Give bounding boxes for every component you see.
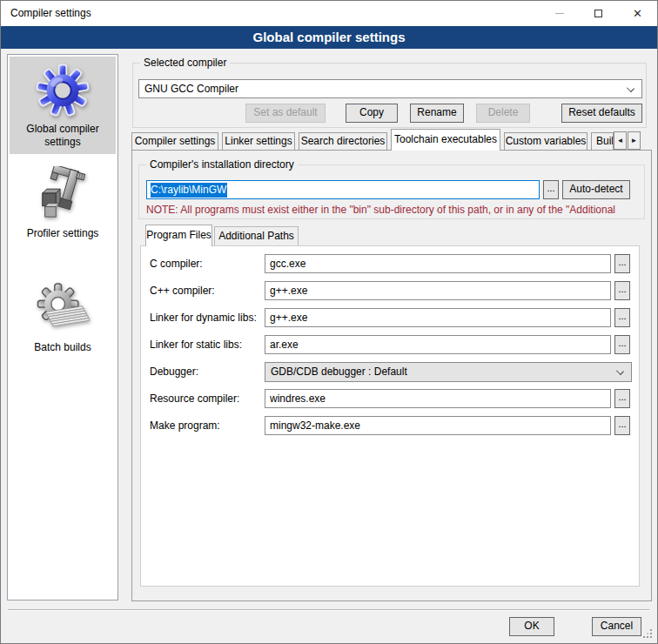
minimize-button	[540, 1, 579, 26]
sidebar-item-label: Global compiler settings	[10, 123, 116, 149]
cpp-compiler-browse-button[interactable]: ...	[614, 281, 630, 300]
right-arrow-icon: ►	[631, 137, 638, 144]
debugger-label: Debugger:	[150, 362, 198, 381]
sidebar-item-profiler-settings[interactable]: Profiler settings	[10, 159, 116, 245]
linker-dynamic-label: Linker for dynamic libs:	[150, 308, 257, 327]
chevron-down-icon	[616, 367, 624, 375]
tab-custom-variables[interactable]: Custom variables	[504, 132, 588, 150]
resource-compiler-browse-button[interactable]: ...	[614, 389, 630, 408]
tab-toolchain-executables[interactable]: Toolchain executables	[391, 129, 500, 151]
installation-directory-groupbox: Compiler's installation directory C:\ray…	[138, 164, 645, 219]
linker-static-browse-button[interactable]: ...	[614, 335, 630, 354]
cpp-compiler-label: C++ compiler:	[150, 281, 215, 300]
subtab-program-files[interactable]: Program Files	[145, 225, 212, 246]
window-title: Compiler settings	[10, 1, 91, 26]
installation-directory-input[interactable]: C:\raylib\MinGW	[146, 180, 540, 199]
sidebar-item-label: Batch builds	[10, 341, 116, 354]
tab-search-directories[interactable]: Search directories	[299, 132, 387, 150]
installation-directory-selected-text: C:\raylib\MinGW	[151, 183, 227, 198]
tab-scroll-right-button[interactable]: ►	[628, 131, 641, 150]
resource-compiler-input[interactable]	[265, 389, 611, 408]
sidebar-item-batch-builds[interactable]: Batch builds	[10, 275, 116, 359]
debugger-combobox-value: GDB/CDB debugger : Default	[271, 366, 407, 378]
page-title: Global compiler settings	[252, 30, 405, 44]
debugger-combobox[interactable]: GDB/CDB debugger : Default	[265, 362, 632, 382]
sidebar: Global compiler settings	[7, 54, 118, 600]
make-program-label: Make program:	[150, 416, 220, 435]
c-compiler-label: C compiler:	[150, 254, 203, 273]
installation-directory-legend: Compiler's installation directory	[146, 158, 298, 171]
program-files-panel: C compiler: ... C++ compiler: ... Linker…	[140, 245, 640, 587]
reset-defaults-button[interactable]: Reset defaults	[561, 104, 642, 123]
cancel-button[interactable]: Cancel	[592, 617, 641, 636]
caliper-icon	[36, 166, 90, 222]
linker-dynamic-input[interactable]	[265, 308, 611, 327]
auto-detect-button[interactable]: Auto-detect	[562, 180, 630, 199]
delete-button: Delete	[476, 104, 530, 123]
selected-compiler-groupbox: Selected compiler GNU GCC Compiler Set a…	[132, 63, 647, 128]
close-button[interactable]: ✕	[618, 1, 657, 26]
left-arrow-icon: ◄	[617, 137, 624, 144]
header-banner: Global compiler settings	[1, 26, 657, 49]
c-compiler-input[interactable]	[265, 254, 611, 273]
selected-compiler-legend: Selected compiler	[140, 57, 230, 69]
tab-linker-settings[interactable]: Linker settings	[222, 132, 295, 150]
compiler-settings-dialog: Compiler settings ✕ Global compiler sett…	[0, 0, 658, 644]
minimize-icon	[555, 13, 564, 14]
tab-compiler-settings[interactable]: Compiler settings	[131, 132, 218, 150]
note-text: NOTE: All programs must exist either in …	[146, 204, 641, 216]
copy-button[interactable]: Copy	[346, 104, 398, 123]
tab-scroll-left-button[interactable]: ◄	[614, 131, 627, 150]
subtab-additional-paths[interactable]: Additional Paths	[214, 226, 299, 245]
cpp-compiler-input[interactable]	[265, 281, 611, 300]
compiler-combobox-value: GNU GCC Compiler	[144, 83, 238, 95]
footer-divider	[8, 609, 649, 611]
linker-dynamic-browse-button[interactable]: ...	[614, 308, 630, 327]
caption-buttons: ✕	[540, 1, 657, 26]
linker-static-input[interactable]	[265, 335, 611, 354]
installation-directory-browse-button[interactable]: ...	[543, 180, 559, 199]
linker-static-label: Linker for static libs:	[150, 335, 242, 354]
resource-compiler-label: Resource compiler:	[150, 389, 239, 408]
gear-blue-icon	[36, 64, 90, 117]
sidebar-item-label: Profiler settings	[10, 227, 116, 240]
chevron-down-icon	[627, 84, 634, 92]
maximize-icon	[594, 10, 602, 17]
maximize-button[interactable]	[579, 1, 618, 26]
rename-button[interactable]: Rename	[410, 104, 464, 123]
sidebar-item-global-compiler-settings[interactable]: Global compiler settings	[10, 57, 116, 154]
make-program-browse-button[interactable]: ...	[614, 416, 630, 435]
set-as-default-button: Set as default	[245, 104, 326, 123]
gear-stack-icon	[36, 282, 90, 336]
make-program-input[interactable]	[265, 416, 611, 435]
ok-button[interactable]: OK	[509, 617, 554, 636]
tab-build-options[interactable]: Build options	[591, 132, 614, 150]
compiler-combobox[interactable]: GNU GCC Compiler	[138, 79, 642, 98]
close-icon: ✕	[633, 7, 642, 20]
resize-grip[interactable]	[650, 636, 652, 638]
c-compiler-browse-button[interactable]: ...	[614, 254, 630, 273]
toolchain-executables-panel: Compiler's installation directory C:\ray…	[131, 150, 652, 601]
titlebar: Compiler settings ✕	[1, 1, 657, 26]
